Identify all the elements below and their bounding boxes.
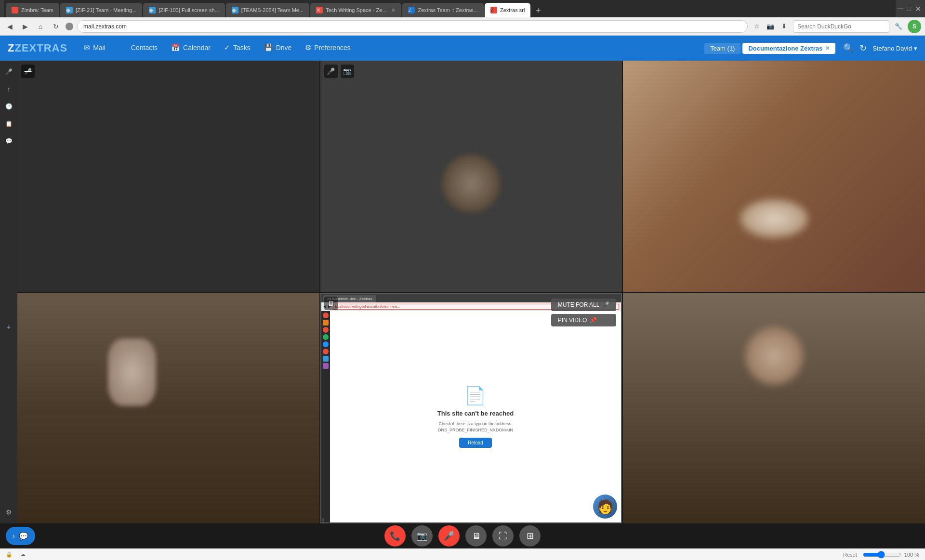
sidebar-add-icon[interactable]: + — [1, 320, 16, 334]
video-cell-4 — [17, 293, 319, 524]
inner-sidebar-icon5 — [323, 349, 329, 354]
address-input[interactable] — [77, 20, 748, 33]
mute-icons-2: 🎤 📷 — [324, 65, 354, 78]
tab-favicon: Z — [490, 7, 497, 13]
status-icon-2: ☁ — [20, 551, 26, 558]
nav-label-calendar: Calendar — [183, 44, 211, 52]
mic-button[interactable]: 🎤 — [438, 525, 460, 547]
zimbra-tab-team[interactable]: Team (1) — [704, 43, 740, 54]
browser-tab-techwriting[interactable]: ✕ Tech Writing Space - Ze... ✕ — [310, 3, 401, 17]
zoom-slider[interactable] — [863, 551, 901, 559]
expand-icon: › — [13, 532, 15, 540]
left-sidebar: 🎤 ↑ 🕐 📋 💬 + ⚙ — [0, 61, 17, 523]
mute-all-icon: 🎤 — [602, 301, 609, 308]
sidebar-icon-5[interactable]: 💬 — [1, 134, 16, 148]
nav-label-mail: Mail — [93, 44, 106, 52]
browser-tab-zimbra[interactable]: Zimbra: Team — [6, 3, 59, 17]
inner-content-area: 📄 This site can't be reached Check if th… — [321, 311, 621, 523]
team-tab-label: Team (1) — [710, 45, 735, 52]
sidebar-settings-icon[interactable]: ⚙ — [1, 505, 16, 520]
new-tab-button[interactable]: + — [531, 4, 545, 17]
camera-icon[interactable]: 📷 — [765, 21, 776, 32]
nav-item-tasks[interactable]: ✓ Tasks — [217, 36, 257, 61]
browser-tab-zif21[interactable]: ◆ [ZIF-21] Team - Meeting... — [60, 3, 142, 17]
reset-label[interactable]: Reset — [843, 552, 857, 558]
status-right: Reset 100 % — [843, 551, 919, 559]
nav-label-tasks: Tasks — [233, 44, 251, 52]
mute-all-button[interactable]: MUTE FOR ALL 🎤 — [551, 299, 617, 311]
sidebar-icon-3[interactable]: 🕐 — [1, 99, 16, 114]
layout-button[interactable]: ⊞ — [519, 525, 541, 547]
refresh-icon[interactable]: ↻ — [859, 43, 867, 53]
nav-item-contacts[interactable]: 👤 Contacts — [112, 36, 164, 61]
search-icon[interactable]: 🔍 — [843, 43, 854, 53]
zimbra-tab-doc[interactable]: Documentazione Zextras ✕ — [742, 43, 835, 54]
blurred-person-bg — [17, 293, 319, 524]
browser-tab-zif103[interactable]: ◆ [ZIF-103] Full screen sh... — [143, 3, 225, 17]
camera-button[interactable]: 📷 — [411, 525, 433, 547]
mute-icons-1: 🎤 — [21, 65, 35, 78]
mic-muted-icon: 🎤 — [21, 65, 35, 78]
chat-panel-toggle[interactable]: › 💬 — [6, 527, 35, 545]
action-overlay: MUTE FOR ALL 🎤 PIN VIDEO 📌 — [551, 299, 617, 326]
user-chevron-icon: ▾ — [914, 45, 917, 52]
bookmark-icon[interactable]: ☆ — [752, 21, 762, 32]
reload-button[interactable]: ↻ — [50, 21, 62, 32]
logo-text: ZEXTRAS — [14, 42, 67, 54]
screen-share-button[interactable]: 🖥 — [465, 525, 487, 547]
browser-tab-zextras-srl[interactable]: Z Zextras srl — [485, 3, 530, 17]
user-name: Stefano David — [872, 45, 912, 52]
browser-tab-teams2054[interactable]: ◆ [TEAMS-2054] Team Me... — [226, 3, 309, 17]
tab-bar: Zimbra: Team ◆ [ZIF-21] Team - Meeting..… — [4, 0, 896, 17]
browser-right-icons: ☆ 📷 ⬇ — [752, 21, 789, 32]
meeting-control-bar: › 💬 📞 📷 🎤 🖥 ⛶ ⊞ — [0, 523, 925, 548]
search-input[interactable] — [793, 20, 889, 33]
browser-tab-zextras-team[interactable]: Z Zextras Team :: Zextras... — [402, 3, 484, 17]
fullscreen-icon: ⛶ — [499, 531, 507, 541]
tab-favicon — [12, 7, 18, 13]
tab-close-button[interactable]: ✕ — [391, 7, 396, 13]
security-icon — [66, 23, 73, 30]
tasks-icon: ✓ — [224, 43, 230, 52]
tab-label: [ZIF-103] Full screen sh... — [159, 7, 219, 13]
sidebar-icon-4[interactable]: 📋 — [1, 117, 16, 131]
zoom-value: 100 % — [904, 552, 919, 558]
address-bar-row: ◀ ▶ ⌂ ↻ ☆ 📷 ⬇ 🔧 S — [0, 17, 925, 36]
blurred-video-bg — [623, 61, 925, 292]
hangup-button[interactable]: 📞 — [384, 525, 406, 547]
sidebar-icon-1[interactable]: 🎤 — [1, 65, 16, 79]
extensions-icon[interactable]: 🔧 — [893, 21, 904, 32]
reload-button[interactable]: Reload — [459, 438, 492, 448]
error-page-icon: 📄 — [464, 386, 486, 406]
nav-label-contacts: Contacts — [131, 44, 158, 52]
nav-item-drive[interactable]: 💾 Drive — [257, 36, 299, 61]
expand-button[interactable]: ⛶ — [492, 525, 514, 547]
inner-sidebar-icon3 — [323, 334, 329, 340]
doc-tab-close[interactable]: ✕ — [825, 45, 830, 52]
sidebar-icon-2[interactable]: ↑ — [1, 82, 16, 96]
nav-item-calendar[interactable]: 📅 Calendar — [164, 36, 217, 61]
user-menu[interactable]: Stefano David ▾ — [872, 45, 917, 52]
camera-off-icon: 📷 — [417, 531, 427, 541]
close-icon[interactable]: ✕ — [915, 4, 921, 13]
forward-button[interactable]: ▶ — [19, 21, 31, 32]
doc-tab-label: Documentazione Zextras — [748, 45, 822, 52]
inner-sidebar-icon4 — [323, 341, 329, 347]
tab-label: Zextras srl — [500, 7, 525, 13]
cam-muted-icon-2: 📷 — [341, 65, 354, 78]
logo-z: Z — [8, 42, 14, 54]
nav-item-mail[interactable]: ✉ Mail — [77, 36, 112, 61]
downloads-icon[interactable]: ⬇ — [779, 21, 789, 32]
nav-item-preferences[interactable]: ⚙ Preferences — [298, 36, 357, 61]
inner-sidebar-icon6 — [323, 356, 329, 362]
minimize-icon[interactable]: ─ — [898, 4, 903, 13]
restore-icon[interactable]: □ — [907, 5, 911, 13]
error-page: 📄 This site can't be reached Check if th… — [330, 311, 621, 523]
video-cell-3 — [623, 61, 925, 292]
pin-video-button[interactable]: PIN VIDEO 📌 — [551, 314, 617, 326]
inner-sidebar-icon1 — [323, 320, 329, 326]
tab-label: [TEAMS-2054] Team Me... — [241, 7, 304, 13]
back-button[interactable]: ◀ — [4, 21, 15, 32]
home-button[interactable]: ⌂ — [35, 21, 46, 32]
tab-label: [ZIF-21] Team - Meeting... — [76, 7, 136, 13]
